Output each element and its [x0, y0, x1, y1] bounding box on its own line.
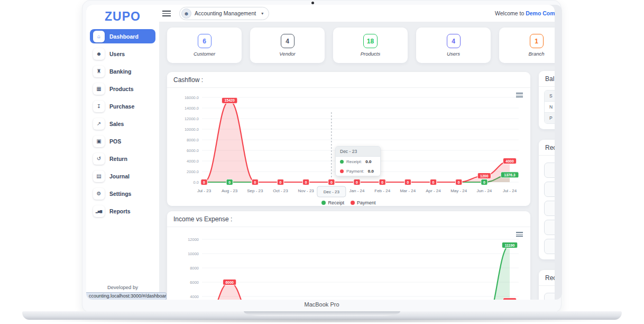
svg-text:10000: 10000	[188, 251, 199, 256]
sidebar-item-label: Sales	[109, 121, 124, 127]
sidebar-item-users[interactable]: ☻Users	[90, 47, 155, 61]
stat-value: 6	[198, 34, 211, 48]
svg-text:Sep - 23: Sep - 23	[247, 188, 263, 193]
sidebar-item-label: Users	[109, 51, 125, 57]
tooltip-row: Receipt: 0.0	[336, 157, 380, 166]
svg-text:4000: 4000	[505, 159, 514, 163]
sidebar-item-label: Banking	[109, 68, 131, 75]
sidebar-item-banking[interactable]: ♜Banking	[90, 64, 155, 78]
svg-text:0: 0	[330, 181, 333, 184]
stat-card-users: 4Users	[416, 28, 491, 63]
sales-icon: ↗	[93, 118, 105, 130]
svg-text:8000: 8000	[190, 266, 199, 271]
svg-text:Aug - 23: Aug - 23	[222, 188, 238, 193]
company-select-dropdown[interactable]: ☻ Accounting Management ▾	[179, 7, 269, 20]
sidebar-item-label: Settings	[109, 191, 131, 197]
svg-text:0: 0	[254, 181, 256, 184]
cashflow-chart-svg: 16000.014000.012000.010000.08000.06000.0…	[167, 88, 530, 198]
app-window: ZUPO ⌂Dashboard☻Users♜Banking▦Products↧P…	[86, 5, 555, 300]
table-row: N	[545, 101, 555, 112]
svg-text:Mar - 24: Mar - 24	[400, 188, 416, 193]
list-item	[544, 201, 555, 216]
sidebar-item-label: Journal	[109, 173, 130, 179]
list-item	[544, 220, 555, 235]
stats-row: 6Customer4Vendor18Products4Users1Branch	[167, 28, 555, 63]
income-expense-chart: 1200010000800060004000000000000000111900…	[167, 227, 530, 300]
income-expense-title: Income vs Expense :	[167, 211, 530, 227]
svg-text:0: 0	[228, 181, 231, 184]
cashflow-chart: 16000.014000.012000.010000.08000.06000.0…	[167, 88, 530, 206]
right-card-title: Bal	[539, 71, 555, 87]
table-row: S	[545, 91, 555, 101]
cashflow-card: Cashflow : 16000.014000.012000.010000.08…	[167, 72, 530, 206]
svg-text:Dec - 23: Dec - 23	[324, 190, 340, 194]
right-card-title: Rec	[539, 270, 555, 286]
webcam-icon	[311, 2, 314, 4]
chart-tooltip: Dec - 23 Receipt: 0.0Payment: 0.0	[335, 146, 381, 176]
svg-text:0: 0	[483, 181, 485, 184]
stat-value: 18	[363, 34, 378, 48]
list-item	[544, 239, 555, 254]
legend-item-receipt[interactable]: Receipt	[321, 200, 344, 205]
sidebar-item-reports[interactable]: ▂▅▇Reports	[90, 204, 155, 218]
app-logo[interactable]: ZUPO	[86, 5, 159, 28]
svg-text:0: 0	[280, 181, 282, 184]
svg-text:12000.0: 12000.0	[185, 116, 199, 121]
sidebar-item-label: Reports	[109, 208, 131, 214]
settings-icon: ⚙	[93, 188, 105, 200]
stat-card-customer: 6Customer	[167, 28, 242, 63]
list-item	[544, 182, 555, 197]
svg-text:6000: 6000	[225, 281, 234, 284]
income-expense-card: Income vs Expense : 12000100008000600040…	[167, 211, 530, 300]
svg-text:0: 0	[305, 181, 307, 184]
journal-icon: ▤	[93, 170, 105, 182]
sidebar: ZUPO ⌂Dashboard☻Users♜Banking▦Products↧P…	[86, 5, 159, 300]
chart-menu-icon[interactable]	[516, 232, 523, 237]
svg-text:0: 0	[356, 181, 358, 184]
stat-value: 4	[281, 34, 295, 48]
svg-text:15420: 15420	[224, 98, 235, 102]
right-panel-card-0: BalSNP	[539, 71, 555, 129]
stat-value: 4	[447, 34, 461, 48]
return-icon: ↺	[93, 153, 105, 165]
stat-card-vendor: 4Vendor	[250, 28, 325, 63]
hamburger-menu-icon[interactable]	[162, 11, 171, 16]
sidebar-item-products[interactable]: ▦Products	[90, 82, 155, 96]
browser-status-url: ccounting.localhost:3000/#/dashboard	[86, 292, 167, 300]
sidebar-item-sales[interactable]: ↗Sales	[90, 116, 155, 131]
cashflow-title: Cashflow :	[167, 72, 530, 88]
svg-text:3398: 3398	[505, 299, 514, 300]
sidebar-item-label: Purchase	[109, 103, 134, 110]
stat-card-branch: 1Branch	[499, 28, 555, 63]
purchase-icon: ↧	[93, 101, 105, 112]
svg-text:12000: 12000	[188, 237, 199, 242]
sidebar-item-dashboard[interactable]: ⌂Dashboard	[90, 29, 155, 43]
stat-label: Vendor	[279, 51, 295, 57]
svg-text:1376.3: 1376.3	[504, 173, 516, 177]
svg-text:Jan - 24: Jan - 24	[349, 188, 365, 193]
legend-item-payment[interactable]: Payment	[351, 200, 376, 205]
svg-text:Jun - 24: Jun - 24	[476, 188, 492, 193]
svg-text:0.0: 0.0	[194, 180, 199, 185]
sidebar-item-pos[interactable]: ▣POS	[90, 134, 155, 148]
welcome-message: Welcome to Demo Company , Pr	[495, 5, 555, 22]
svg-text:0: 0	[381, 181, 383, 184]
sidebar-item-settings[interactable]: ⚙Settings	[90, 186, 155, 201]
dashboard-icon: ⌂	[93, 31, 105, 42]
svg-text:Jul - 24: Jul - 24	[503, 188, 517, 193]
svg-text:Apr - 24: Apr - 24	[426, 188, 441, 193]
sidebar-item-purchase[interactable]: ↧Purchase	[90, 99, 155, 113]
chart-menu-icon[interactable]	[516, 93, 523, 97]
stat-label: Users	[447, 51, 460, 57]
sidebar-item-return[interactable]: ↺Return	[90, 151, 155, 166]
svg-text:May - 24: May - 24	[450, 188, 467, 193]
right-panel-card-1: Rec	[539, 140, 555, 259]
deck-notch	[244, 311, 400, 316]
reports-icon: ▂▅▇	[93, 205, 105, 217]
svg-text:10000.0: 10000.0	[185, 127, 199, 132]
income-expense-chart-svg: 1200010000800060004000000000000000111900…	[167, 227, 530, 300]
svg-text:16000.0: 16000.0	[185, 95, 199, 100]
sidebar-item-journal[interactable]: ▤Journal	[90, 169, 155, 183]
main-column: ☻ Accounting Management ▾ Welcome to Dem…	[159, 5, 555, 300]
company-link[interactable]: Demo Company	[526, 10, 555, 16]
